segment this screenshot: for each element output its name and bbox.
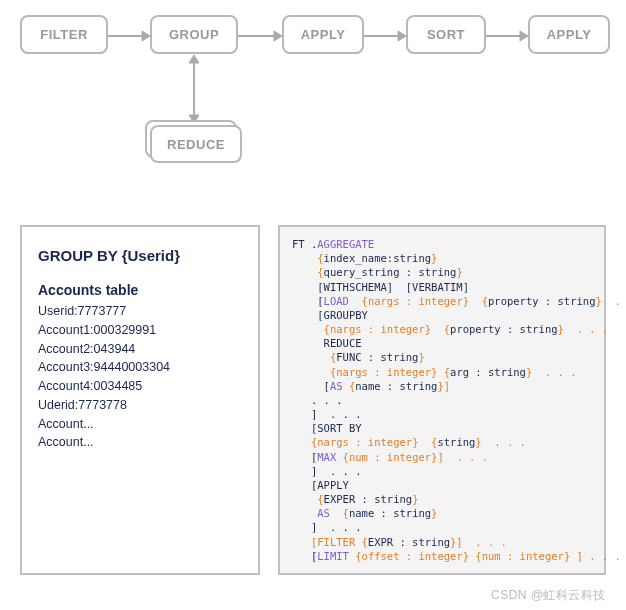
- svg-marker-3: [274, 31, 282, 41]
- arrow-group-apply: [238, 29, 282, 43]
- arrow-sort-apply2: [486, 29, 528, 43]
- arrow-group-reduce: [186, 55, 202, 123]
- table-row: Account4:0034485: [38, 377, 242, 396]
- arrow-filter-group: [108, 29, 150, 43]
- svg-marker-5: [398, 31, 406, 41]
- flow-node-reduce-stack: REDUCE: [150, 125, 255, 175]
- table-row: Account3:94440003304: [38, 358, 242, 377]
- svg-marker-1: [142, 31, 150, 41]
- table-row: Uderid:7773778: [38, 396, 242, 415]
- accounts-panel: GROUP BY {Userid} Accounts table Userid:…: [20, 225, 260, 575]
- svg-marker-7: [520, 31, 528, 41]
- flow-node-sort: SORT: [406, 15, 486, 54]
- watermark: CSDN @虹科云科技: [491, 587, 606, 604]
- accounts-table-heading: Accounts table: [38, 282, 242, 298]
- table-row: Account...: [38, 415, 242, 434]
- syntax-panel: FT .AGGREGATE {index_name:string} {query…: [278, 225, 606, 575]
- table-row: Userid:7773777: [38, 302, 242, 321]
- table-row: Account2:043944: [38, 340, 242, 359]
- arrow-apply-sort: [364, 29, 406, 43]
- flow-node-apply1: APPLY: [282, 15, 364, 54]
- groupby-title: GROUP BY {Userid}: [38, 247, 242, 264]
- table-row: Account1:000329991: [38, 321, 242, 340]
- flow-node-apply2: APPLY: [528, 15, 610, 54]
- flow-diagram: FILTER GROUP APPLY SORT APPLY: [20, 15, 610, 65]
- table-row: Account...: [38, 433, 242, 452]
- flow-node-reduce: REDUCE: [150, 125, 242, 163]
- flow-node-group: GROUP: [150, 15, 238, 54]
- svg-marker-8: [189, 55, 199, 63]
- flow-node-filter: FILTER: [20, 15, 108, 54]
